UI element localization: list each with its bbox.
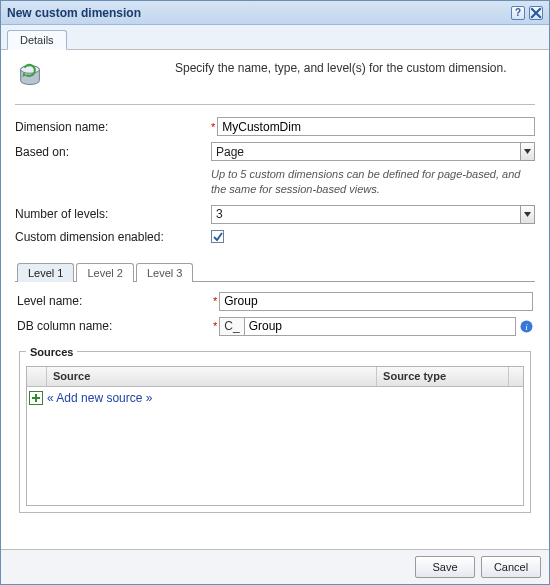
- add-new-source-link[interactable]: « Add new source »: [27, 387, 523, 409]
- outer-tab-strip: Details: [1, 25, 549, 50]
- col-icon: [27, 367, 47, 386]
- cancel-button[interactable]: Cancel: [481, 556, 541, 578]
- tab-level-2[interactable]: Level 2: [76, 263, 133, 282]
- num-levels-select[interactable]: [211, 205, 520, 224]
- num-levels-dropdown-button[interactable]: [520, 205, 535, 224]
- svg-point-1: [21, 66, 40, 74]
- db-column-label: DB column name:: [17, 319, 213, 333]
- required-mark: *: [213, 295, 217, 307]
- sources-grid-header: Source Source type: [27, 367, 523, 387]
- enabled-label: Custom dimension enabled:: [15, 230, 211, 244]
- help-icon[interactable]: ?: [511, 6, 525, 20]
- sources-group: Sources Source Source type « Add new sou…: [19, 346, 531, 513]
- level-tab-strip: Level 1 Level 2 Level 3: [15, 262, 535, 282]
- tab-details[interactable]: Details: [7, 30, 67, 50]
- col-spacer: [509, 367, 523, 386]
- intro-text: Specify the name, type, and level(s) for…: [55, 60, 535, 94]
- db-column-prefix: C_: [219, 317, 243, 336]
- level-name-input[interactable]: [219, 292, 533, 311]
- enabled-checkbox[interactable]: [211, 230, 224, 243]
- add-source-label: « Add new source »: [47, 391, 152, 405]
- dimension-name-label: Dimension name:: [15, 120, 211, 134]
- based-on-hint: Up to 5 custom dimensions can be defined…: [211, 167, 535, 197]
- db-column-input[interactable]: [244, 317, 516, 336]
- tab-level-1[interactable]: Level 1: [17, 263, 74, 282]
- col-source: Source: [47, 367, 377, 386]
- sources-grid: Source Source type « Add new source »: [26, 366, 524, 506]
- title-bar: New custom dimension ?: [1, 1, 549, 25]
- save-button[interactable]: Save: [415, 556, 475, 578]
- based-on-label: Based on:: [15, 145, 211, 159]
- required-mark: *: [213, 320, 217, 332]
- sources-legend: Sources: [26, 346, 77, 358]
- button-bar: Save Cancel: [1, 549, 549, 584]
- tab-level-3[interactable]: Level 3: [136, 263, 193, 282]
- info-icon[interactable]: i: [520, 320, 533, 333]
- based-on-dropdown-button[interactable]: [520, 142, 535, 161]
- dimension-db-icon: [15, 60, 55, 94]
- required-mark: *: [211, 121, 215, 133]
- num-levels-label: Number of levels:: [15, 207, 211, 221]
- dimension-name-input[interactable]: [217, 117, 535, 136]
- col-source-type: Source type: [377, 367, 509, 386]
- close-icon[interactable]: [529, 6, 543, 20]
- plus-icon: [29, 391, 43, 405]
- window-title: New custom dimension: [7, 6, 141, 20]
- separator: [15, 104, 535, 105]
- based-on-select[interactable]: [211, 142, 520, 161]
- level-name-label: Level name:: [17, 294, 213, 308]
